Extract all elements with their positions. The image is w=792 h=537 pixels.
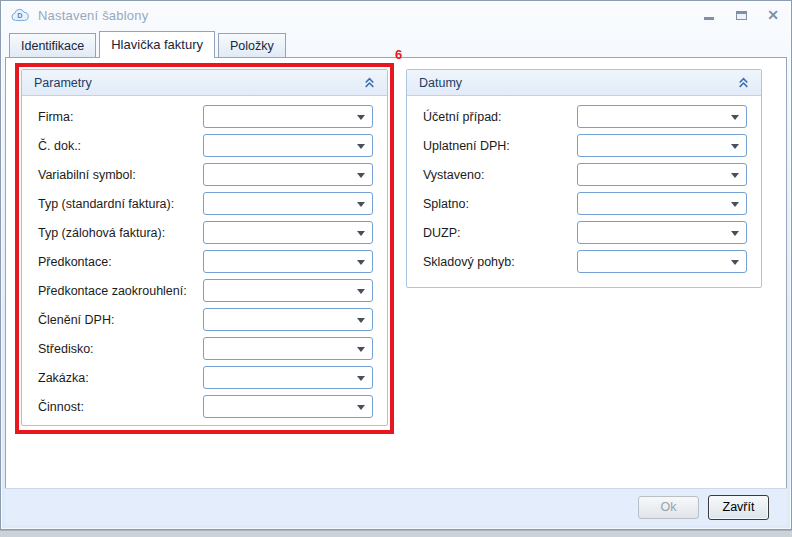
chevron-double-up-icon[interactable] (735, 75, 751, 91)
form-row: Předkontace zaokrouhlení: (38, 276, 373, 305)
form-row: Středisko: (38, 334, 373, 363)
group-header-datumy: Datumy (407, 70, 761, 96)
combobox[interactable] (203, 163, 373, 186)
form-row: Splatno: (423, 189, 747, 218)
form-row: DUZP: (423, 218, 747, 247)
group-parametry: Parametry Firma:Č. dok.:Variabilní symbo… (21, 69, 388, 426)
combobox[interactable] (203, 366, 373, 389)
combobox[interactable] (203, 395, 373, 418)
form-row: Vystaveno: (423, 160, 747, 189)
close-icon: ✕ (767, 8, 779, 22)
field-label: Typ (zálohová faktura): (38, 226, 203, 240)
tab-identifikace[interactable]: Identifikace (9, 33, 96, 57)
maximize-button[interactable] (733, 8, 749, 22)
field-label: Účetní případ: (423, 110, 577, 124)
window-title: Nastavení šablony (38, 8, 148, 23)
ok-button[interactable]: Ok (638, 496, 699, 519)
cloud-d-icon: D (11, 8, 29, 22)
combobox[interactable] (203, 105, 373, 128)
dropdown-arrow-icon (731, 115, 739, 120)
field-label: Středisko: (38, 342, 203, 356)
field-label: DUZP: (423, 226, 577, 240)
tab-strip: IdentifikaceHlavička fakturyPoložky (9, 31, 289, 57)
field-label: Skladový pohyb: (423, 255, 577, 269)
field-label: Předkontace zaokrouhlení: (38, 284, 203, 298)
form-row: Uplatnení DPH: (423, 131, 747, 160)
dropdown-arrow-icon (357, 376, 365, 381)
dropdown-arrow-icon (357, 115, 365, 120)
combobox[interactable] (203, 308, 373, 331)
combobox[interactable] (577, 163, 747, 186)
maximize-icon (736, 11, 747, 20)
dropdown-arrow-icon (731, 144, 739, 149)
group-header-parametry: Parametry (22, 70, 387, 96)
form-row: Zakázka: (38, 363, 373, 392)
tab-polozky[interactable]: Položky (218, 33, 286, 57)
field-label: Typ (standardní faktura): (38, 197, 203, 211)
field-label: Firma: (38, 110, 203, 124)
field-label: Předkontace: (38, 255, 203, 269)
annotation-number: 6 (395, 47, 402, 62)
combobox[interactable] (203, 221, 373, 244)
group-title: Parametry (34, 76, 92, 90)
field-label: Zakázka: (38, 371, 203, 385)
combobox[interactable] (203, 134, 373, 157)
field-label: Činnost: (38, 400, 203, 414)
dropdown-arrow-icon (357, 231, 365, 236)
combobox[interactable] (203, 279, 373, 302)
form-row: Firma: (38, 102, 373, 131)
form-row: Předkontace: (38, 247, 373, 276)
form-row: Č. dok.: (38, 131, 373, 160)
field-label: Variabilní symbol: (38, 168, 203, 182)
footer-bar: Ok Zavřít (5, 488, 787, 525)
form-row: Členění DPH: (38, 305, 373, 334)
combobox[interactable] (577, 134, 747, 157)
dropdown-arrow-icon (357, 144, 365, 149)
dropdown-arrow-icon (357, 202, 365, 207)
form-row: Skladový pohyb: (423, 247, 747, 276)
group-title: Datumy (419, 76, 462, 90)
combobox[interactable] (203, 337, 373, 360)
group-body: Firma:Č. dok.:Variabilní symbol:Typ (sta… (22, 96, 387, 421)
combobox[interactable] (577, 105, 747, 128)
dropdown-arrow-icon (357, 289, 365, 294)
combobox[interactable] (203, 192, 373, 215)
field-label: Vystaveno: (423, 168, 577, 182)
field-label: Uplatnení DPH: (423, 139, 577, 153)
close-button[interactable]: ✕ (765, 8, 781, 22)
dropdown-arrow-icon (357, 318, 365, 323)
combobox[interactable] (577, 192, 747, 215)
tab-hlavicka-faktury[interactable]: Hlavička faktury (99, 31, 215, 58)
title-bar: D Nastavení šablony ✕ (1, 1, 791, 29)
dropdown-arrow-icon (731, 173, 739, 178)
window-controls: ✕ (701, 8, 781, 22)
dropdown-arrow-icon (357, 405, 365, 410)
form-row: Typ (zálohová faktura): (38, 218, 373, 247)
form-row: Typ (standardní faktura): (38, 189, 373, 218)
field-label: Č. dok.: (38, 139, 203, 153)
form-row: Účetní případ: (423, 102, 747, 131)
field-label: Členění DPH: (38, 313, 203, 327)
dialog-window: D Nastavení šablony ✕ IdentifikaceHlavič… (0, 0, 792, 530)
minimize-icon (704, 17, 714, 20)
dropdown-arrow-icon (731, 231, 739, 236)
combobox[interactable] (203, 250, 373, 273)
minimize-button[interactable] (701, 8, 717, 22)
form-row: Variabilní symbol: (38, 160, 373, 189)
group-body: Účetní případ:Uplatnení DPH:Vystaveno:Sp… (407, 96, 761, 276)
dropdown-arrow-icon (731, 202, 739, 207)
dropdown-arrow-icon (357, 347, 365, 352)
close-dialog-button[interactable]: Zavřít (708, 495, 769, 520)
form-row: Činnost: (38, 392, 373, 421)
chevron-double-up-icon[interactable] (361, 75, 377, 91)
dropdown-arrow-icon (731, 260, 739, 265)
field-label: Splatno: (423, 197, 577, 211)
combobox[interactable] (577, 250, 747, 273)
group-datumy: Datumy Účetní případ:Uplatnení DPH:Vysta… (406, 69, 762, 288)
dropdown-arrow-icon (357, 260, 365, 265)
dropdown-arrow-icon (357, 173, 365, 178)
combobox[interactable] (577, 221, 747, 244)
svg-text:D: D (17, 11, 22, 20)
